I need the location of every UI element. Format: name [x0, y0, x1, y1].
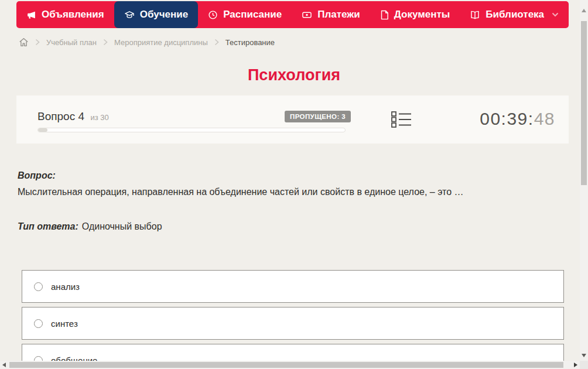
- timer: 00:39:48: [480, 109, 555, 129]
- question-heading: Вопрос:: [18, 170, 56, 181]
- nav-item-label: Документы: [394, 9, 450, 20]
- cash-icon: [302, 10, 312, 20]
- scroll-right-arrow[interactable]: [574, 363, 577, 367]
- radio-icon[interactable]: [34, 319, 43, 328]
- vertical-scrollbar[interactable]: [580, 0, 588, 361]
- chevron-right-icon: [214, 39, 219, 46]
- answer-type-value: Одиночный выбор: [82, 221, 162, 231]
- progress-fill: [38, 128, 47, 132]
- book-icon: [470, 10, 480, 20]
- clock-icon: [208, 10, 218, 20]
- main-nav: Объявления Обучение Расписание Платежи Д…: [16, 1, 569, 28]
- question-total: из 30: [90, 113, 108, 122]
- nav-item-label: Обучение: [140, 9, 188, 20]
- scrollbar-corner: [580, 361, 588, 369]
- timer-hours-minutes: 00:39:: [480, 109, 534, 128]
- progress-bar: [37, 128, 346, 132]
- option-label: анализ: [51, 282, 80, 292]
- question-list-button[interactable]: [391, 111, 412, 129]
- nav-item-schedule[interactable]: Расписание: [198, 1, 292, 28]
- document-icon: [380, 10, 389, 20]
- nav-item-learning[interactable]: Обучение: [114, 1, 198, 28]
- nav-item-documents[interactable]: Документы: [370, 1, 460, 28]
- question-counter: Вопрос 4 из 30: [37, 110, 109, 123]
- option-label: синтез: [51, 319, 78, 329]
- answer-option-synthesis[interactable]: синтез: [22, 307, 564, 340]
- timer-seconds: 48: [534, 109, 555, 128]
- page: Объявления Обучение Расписание Платежи Д…: [0, 0, 588, 369]
- radio-icon[interactable]: [34, 282, 43, 291]
- answer-type: Тип ответа:Одиночный выбор: [18, 221, 162, 232]
- nav-item-payments[interactable]: Платежи: [292, 1, 370, 28]
- scroll-up-arrow[interactable]: [582, 9, 586, 12]
- answer-type-label: Тип ответа:: [18, 221, 78, 231]
- horizontal-scrollbar[interactable]: [0, 361, 580, 369]
- horizontal-scroll-thumb[interactable]: [9, 362, 563, 368]
- breadcrumb-item-testing: Тестирование: [225, 38, 275, 47]
- nav-item-label: Библиотека: [486, 9, 544, 20]
- page-title: Психология: [0, 66, 588, 84]
- scroll-left-arrow[interactable]: [2, 363, 6, 367]
- chevron-down-icon: [552, 12, 559, 17]
- megaphone-icon: [26, 10, 36, 20]
- skipped-badge: ПРОПУЩЕНО: 3: [285, 111, 351, 122]
- home-icon[interactable]: [19, 37, 29, 47]
- graduation-cap-icon: [124, 10, 135, 20]
- question-number: Вопрос 4: [37, 110, 84, 122]
- quiz-header-panel: Вопрос 4 из 30 ПРОПУЩЕНО: 3 00:39:48: [16, 95, 569, 144]
- breadcrumb-item-discipline-event[interactable]: Мероприятие дисциплины: [114, 38, 208, 47]
- nav-item-announcements[interactable]: Объявления: [16, 1, 114, 28]
- chevron-right-icon: [103, 39, 108, 46]
- breadcrumb-item-curriculum[interactable]: Учебный план: [46, 38, 97, 47]
- answer-options: анализ синтез обобщение: [22, 270, 564, 369]
- question-list-icon: [391, 111, 412, 128]
- answer-option-analysis[interactable]: анализ: [22, 270, 564, 303]
- chevron-right-icon: [35, 39, 40, 46]
- scroll-down-arrow[interactable]: [582, 354, 586, 357]
- nav-item-label: Расписание: [223, 9, 282, 20]
- nav-item-library[interactable]: Библиотека: [460, 1, 569, 28]
- nav-item-label: Объявления: [42, 9, 104, 20]
- question-text: Мыслительная операция, направленная на о…: [18, 186, 551, 198]
- vertical-scroll-thumb[interactable]: [581, 21, 587, 185]
- breadcrumb: Учебный план Мероприятие дисциплины Тест…: [19, 36, 275, 49]
- nav-item-label: Платежи: [317, 9, 360, 20]
